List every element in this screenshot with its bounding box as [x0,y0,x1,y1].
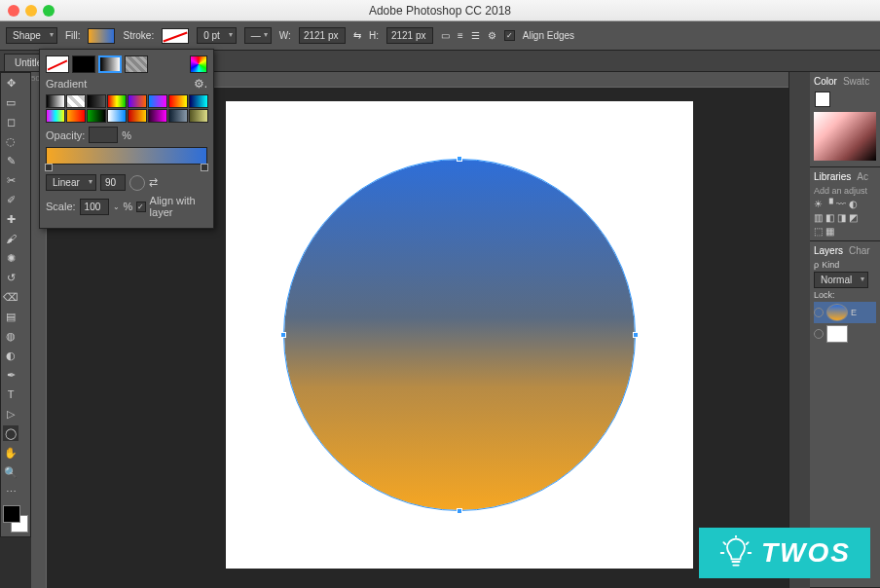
fill-gradient-button[interactable] [98,55,122,73]
healing-tool-icon[interactable]: ✚ [3,211,18,227]
gradient-preset-13[interactable] [148,109,167,123]
gradient-preset-2[interactable] [87,94,106,108]
transform-handle-right[interactable] [633,332,639,338]
fill-swatch[interactable] [88,28,115,44]
align-edges-checkbox[interactable]: ✓ [504,30,515,41]
blend-mode-select[interactable]: Normal [814,272,868,288]
tab-libraries[interactable]: Libraries [814,171,851,182]
adjust-exposure-icon[interactable]: ◐ [849,199,858,209]
gradient-style-select[interactable]: Linear [46,174,96,191]
gradient-preset-0[interactable] [46,94,65,108]
gradient-preset-7[interactable] [189,94,208,108]
adjust-photo-filter-icon[interactable]: ◩ [849,212,858,223]
crop-tool-icon[interactable]: ✂ [3,172,18,188]
tab-layers[interactable]: Layers [814,245,843,256]
opacity-input[interactable] [89,127,118,143]
gradient-tool-icon[interactable]: ▤ [3,309,18,324]
fill-none-button[interactable] [46,55,69,73]
zoom-window-icon[interactable] [43,5,55,17]
foreground-color-swatch[interactable] [3,505,20,523]
reverse-icon[interactable]: ⇄ [149,176,158,189]
gradient-preset-15[interactable] [189,109,208,123]
dodge-tool-icon[interactable]: ◐ [3,348,18,363]
adjust-hue-icon[interactable]: ◧ [825,212,834,223]
transform-handle-bottom[interactable] [457,508,462,514]
tab-channels[interactable]: Char [849,245,870,256]
zoom-tool-icon[interactable]: 🔍 [3,464,18,480]
shape-width-input[interactable] [299,27,346,44]
brush-tool-icon[interactable]: 🖌 [3,231,18,246]
fill-pattern-button[interactable] [125,55,148,73]
color-picker-icon[interactable] [190,55,207,73]
gradient-preset-9[interactable] [66,109,86,123]
adjust-vibrance-icon[interactable]: ▥ [814,212,823,223]
edit-toolbar-icon[interactable]: ⋯ [3,484,18,499]
gradient-preset-10[interactable] [87,109,106,123]
stroke-width-select[interactable]: 0 pt [197,27,237,44]
arrange-icon[interactable]: ☰ [471,30,480,41]
gradient-preset-1[interactable] [66,94,86,108]
close-window-icon[interactable] [8,5,19,17]
layer-filter-kind[interactable]: Kind [822,260,839,270]
eyedropper-tool-icon[interactable]: ✐ [3,192,18,207]
gradient-angle-input[interactable] [100,174,126,191]
move-tool-icon[interactable]: ✥ [3,75,18,91]
gradient-preset-4[interactable] [128,94,147,108]
align-layer-checkbox[interactable]: ✓ [136,202,145,212]
pen-tool-icon[interactable]: ✒ [3,367,18,383]
tab-color[interactable]: Color [814,76,837,87]
type-tool-icon[interactable]: T [3,386,18,402]
gradient-preset-11[interactable] [107,109,127,123]
color-fg-swatch[interactable] [815,92,830,107]
adjust-channel-mixer-icon[interactable]: ⬚ [814,226,823,237]
gear-icon[interactable]: ⚙ [488,30,496,41]
tab-actions[interactable]: Ac [857,171,868,182]
color-ramp[interactable] [814,112,876,161]
adjust-brightness-icon[interactable]: ☀ [814,199,823,209]
minimize-window-icon[interactable] [25,5,37,17]
lasso-tool-icon[interactable]: ◌ [3,133,18,149]
gradient-stop-right[interactable] [201,164,208,171]
canvas[interactable] [226,101,693,569]
visibility-icon[interactable] [814,308,824,317]
gradient-options-gear-icon[interactable]: ⚙. [194,77,207,91]
shape-mode-select[interactable]: Shape [6,27,57,44]
eraser-tool-icon[interactable]: ⌫ [3,289,18,305]
adjust-curves-icon[interactable]: 〰 [836,199,846,209]
clone-tool-icon[interactable]: ✺ [3,250,18,266]
align-icon[interactable]: ≡ [458,30,463,41]
shape-height-input[interactable] [386,27,433,44]
gradient-stop-left[interactable] [45,164,53,171]
link-wh-icon[interactable]: ⇆ [353,30,361,41]
hand-tool-icon[interactable]: ✋ [3,445,18,460]
stroke-style-select[interactable]: — [244,27,272,44]
collapsed-panel-strip[interactable] [788,72,810,588]
transform-handle-left[interactable] [280,332,286,338]
ellipse-shape[interactable] [284,160,635,510]
path-ops-icon[interactable]: ▭ [441,30,450,41]
layer-ellipse[interactable]: E [814,302,876,323]
quickselect-tool-icon[interactable]: ✎ [3,153,18,168]
gradient-preset-6[interactable] [168,94,188,108]
tab-swatches[interactable]: Swatc [843,76,869,87]
history-brush-tool-icon[interactable]: ↺ [3,270,18,285]
transform-handle-top[interactable] [457,156,462,162]
fgbg-swatch[interactable] [3,505,28,533]
shape-tool-icon[interactable]: ◯ [3,425,18,441]
marquee-tool-icon[interactable]: ◻ [3,114,18,129]
blur-tool-icon[interactable]: ◍ [3,328,18,344]
gradient-preset-14[interactable] [168,109,188,123]
gradient-preset-8[interactable] [46,109,65,123]
stroke-swatch[interactable] [162,28,189,44]
adjust-levels-icon[interactable]: ▝ [825,199,833,209]
path-select-tool-icon[interactable]: ▷ [3,406,18,422]
angle-dial-icon[interactable] [129,175,145,191]
gradient-preset-3[interactable] [107,94,127,108]
gradient-preset-5[interactable] [148,94,167,108]
gradient-preset-12[interactable] [128,109,147,123]
visibility-icon[interactable] [814,329,824,339]
gradient-ramp[interactable] [46,147,207,165]
artboard-tool-icon[interactable]: ▭ [3,94,18,110]
adjust-bw-icon[interactable]: ◨ [837,212,846,223]
fill-solid-button[interactable] [72,55,95,73]
